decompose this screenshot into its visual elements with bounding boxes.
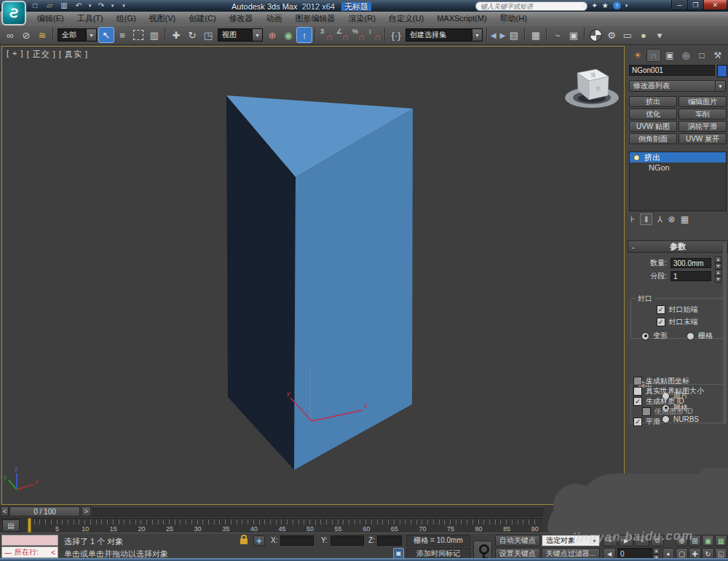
modifier-button-1[interactable]: 编辑面片 xyxy=(678,96,727,107)
menu-item-9[interactable]: 自定义(U) xyxy=(382,13,430,24)
spinner-snap-icon[interactable]: ↕∩ xyxy=(366,27,382,43)
tab-utilities-icon[interactable]: ⚒ xyxy=(711,49,725,62)
snap-toggle-3d-icon[interactable]: 3∩ xyxy=(318,27,334,43)
cap-start-checkbox[interactable]: ✓ xyxy=(657,305,665,314)
mini-curve-editor-button[interactable]: ▤ xyxy=(2,519,20,532)
amount-field[interactable]: 300.0mm xyxy=(670,258,711,268)
object-color-swatch[interactable] xyxy=(717,65,727,77)
window-crossing-icon[interactable]: ▥ xyxy=(146,27,162,43)
modifier-button-5[interactable]: 涡轮平滑 xyxy=(678,121,727,132)
modifier-list-dropdown[interactable]: 修改器列表 ▼ xyxy=(629,80,726,92)
auto-key-button[interactable]: 自动关键点 xyxy=(495,535,540,546)
cap-end-checkbox[interactable]: ✓ xyxy=(657,318,665,326)
track-bar[interactable]: 051015202530354045505560657075808590 xyxy=(0,518,543,533)
menu-item-1[interactable]: 工具(T) xyxy=(71,13,110,24)
stack-item-ngon[interactable]: NGon xyxy=(630,162,726,173)
macro-recorder-pane[interactable] xyxy=(1,535,58,546)
morph-radio[interactable]: 变形 xyxy=(641,331,668,341)
tab-modify-icon[interactable]: ∩ xyxy=(646,49,661,62)
menu-item-4[interactable]: 创建(C) xyxy=(182,13,222,24)
reference-coordsys-dropdown[interactable]: 视图▼ xyxy=(218,28,263,42)
isolate-toggle-icon[interactable]: ▣ xyxy=(393,548,404,559)
modifier-button-6[interactable]: 倒角剖面 xyxy=(629,133,677,144)
qat-customize-icon[interactable]: ▾ xyxy=(118,1,130,10)
close-button[interactable]: ✕ xyxy=(703,0,727,10)
gen-material-row[interactable]: ✓ 生成材质 ID xyxy=(633,396,684,407)
modifier-stack[interactable]: 挤出 NGon xyxy=(629,152,727,211)
show-end-result-icon[interactable]: ‖ xyxy=(640,213,652,225)
time-slider-empty-track[interactable] xyxy=(92,508,543,517)
remove-modifier-icon[interactable]: ⊗ xyxy=(668,214,676,224)
smooth-row[interactable]: ✓ 平滑 xyxy=(633,417,660,427)
minimize-button[interactable]: ─ xyxy=(671,0,688,10)
modifier-list-arrow-icon[interactable]: ▼ xyxy=(715,81,725,91)
lightbulb-icon[interactable] xyxy=(633,154,640,161)
grid-radio[interactable]: 栅格 xyxy=(687,331,713,341)
app-logo-icon[interactable]: S xyxy=(1,1,26,26)
coord-z-field[interactable] xyxy=(377,536,402,546)
select-object-icon[interactable]: ↖ xyxy=(98,27,114,43)
time-slider-marker[interactable] xyxy=(28,518,31,533)
modifier-button-7[interactable]: UVW 展开 xyxy=(678,133,727,144)
rectangular-selection-icon[interactable] xyxy=(130,27,146,43)
use-shape-row[interactable]: 使用图形 ID xyxy=(642,407,693,417)
tab-motion-icon[interactable]: ◎ xyxy=(678,49,693,62)
menu-item-6[interactable]: 动画 xyxy=(260,13,289,24)
select-and-move-icon[interactable]: ✚ xyxy=(168,27,184,43)
menu-item-7[interactable]: 图形编辑器 xyxy=(289,13,342,24)
schematic-view-icon[interactable]: ▣ xyxy=(566,27,582,43)
unlink-selection-icon[interactable]: ⊘ xyxy=(18,27,34,43)
use-shape-checkbox[interactable] xyxy=(642,407,651,416)
coord-x-field[interactable] xyxy=(280,536,314,546)
search-icon[interactable]: ⊙ xyxy=(581,1,587,9)
segments-spinner[interactable]: ▴▾ xyxy=(715,270,721,283)
menu-item-10[interactable]: MAXScript(M) xyxy=(430,14,493,23)
align-icon[interactable]: ▤ xyxy=(506,27,522,43)
render-flyout-icon[interactable]: ▾ xyxy=(652,27,668,43)
pin-stack-icon[interactable]: ⊦ xyxy=(630,214,635,224)
select-and-rotate-icon[interactable]: ↻ xyxy=(184,27,200,43)
menu-item-0[interactable]: 编辑(E) xyxy=(31,13,71,24)
new-file-icon[interactable]: □ xyxy=(29,1,41,10)
tab-hierarchy-icon[interactable]: ▣ xyxy=(662,49,677,62)
selection-filter-dropdown[interactable]: 全部▼ xyxy=(58,28,97,42)
menu-item-8[interactable]: 渲染(R) xyxy=(342,13,382,24)
gen-mapping-checkbox[interactable] xyxy=(633,377,642,385)
keyboard-override-icon[interactable]: ↑ xyxy=(296,27,312,43)
real-world-checkbox[interactable] xyxy=(633,387,642,396)
angle-snap-icon[interactable]: ∠∩ xyxy=(334,27,350,43)
gen-mapping-row[interactable]: 生成贴图坐标 xyxy=(633,376,689,386)
help-dropdown-icon[interactable]: ▾ xyxy=(625,3,628,9)
viewport-menu-pov[interactable]: [ 正交 ] xyxy=(27,49,56,60)
configure-modifier-sets-icon[interactable]: ▦ xyxy=(681,214,689,224)
make-unique-icon[interactable]: Y xyxy=(657,215,662,224)
absolute-mode-icon[interactable]: ✚ xyxy=(253,536,265,546)
amount-spinner[interactable]: ▴▾ xyxy=(715,256,721,270)
dropdown-arrow-icon[interactable]: ▼ xyxy=(472,29,482,41)
viewport-menu-shading[interactable]: [ 真实 ] xyxy=(59,49,88,60)
bind-to-space-warp-icon[interactable]: ≋ xyxy=(34,27,50,43)
select-and-link-icon[interactable]: ∞ xyxy=(2,27,18,43)
previous-frame-button[interactable]: < xyxy=(1,506,9,517)
zoom-extents-all-icon[interactable]: ▦ xyxy=(715,535,727,546)
modifier-button-4[interactable]: UVW 贴图 xyxy=(629,121,677,132)
panel-scrollbar[interactable] xyxy=(723,243,727,425)
viewport-orthographic[interactable]: y x z y x 顶 前 [ + ] [ 正交 ] [ 真实 ] xyxy=(1,46,625,505)
redo-icon[interactable]: ↷ xyxy=(95,1,107,10)
modifier-button-3[interactable]: 车削 xyxy=(678,109,727,119)
menu-item-5[interactable]: 修改器 xyxy=(223,13,260,24)
dropdown-arrow-icon[interactable]: ▼ xyxy=(252,29,262,41)
coord-y-field[interactable] xyxy=(331,536,364,546)
material-editor-icon[interactable] xyxy=(587,27,604,43)
tab-create-icon[interactable]: ☀ xyxy=(630,49,645,62)
object-name-field[interactable]: NGon001 xyxy=(629,65,715,76)
search-input[interactable] xyxy=(475,1,587,11)
maxscript-listener-pane[interactable]: — 所在行: < xyxy=(1,546,58,558)
undo-icon[interactable]: ↶ xyxy=(73,1,84,10)
mirror-icon[interactable]: ◄► xyxy=(490,27,506,43)
real-world-row[interactable]: 真实世界贴图大小 xyxy=(633,386,704,396)
favorites-star-icon[interactable]: ★ xyxy=(602,1,609,9)
rendered-frame-icon[interactable]: ▭ xyxy=(620,27,636,43)
segments-field[interactable]: 1 xyxy=(670,271,711,281)
select-by-name-icon[interactable]: ≡ xyxy=(114,27,130,43)
